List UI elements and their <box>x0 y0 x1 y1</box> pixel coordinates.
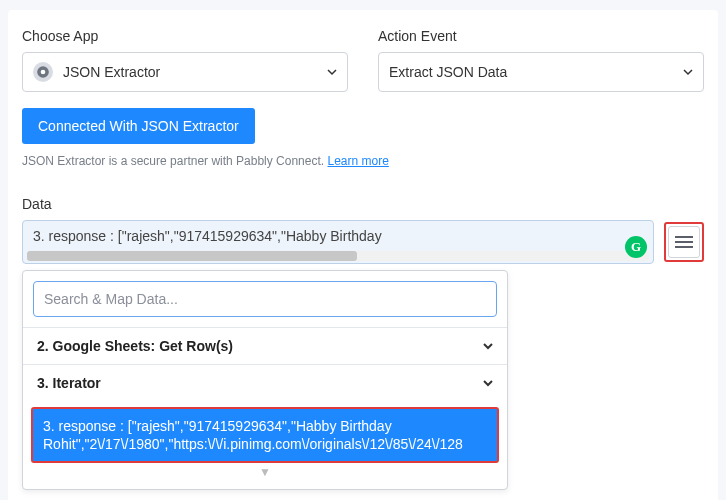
scrollbar-thumb[interactable] <box>27 251 357 261</box>
action-event-select[interactable]: Extract JSON Data <box>378 52 704 92</box>
svg-rect-3 <box>675 241 693 243</box>
dropdown-step-item[interactable]: 2. Google Sheets: Get Row(s) <box>23 327 507 364</box>
grammarly-icon: G <box>625 236 647 258</box>
choose-app-value: JSON Extractor <box>63 64 327 80</box>
hamburger-icon <box>675 235 693 249</box>
dropdown-step-label: 3. Iterator <box>37 375 101 391</box>
choose-app-label: Choose App <box>22 28 348 44</box>
selected-line: 3. response : ["rajesh","917415929634","… <box>43 417 487 435</box>
highlight-selected-option: 3. response : ["rajesh","917415929634","… <box>31 407 499 463</box>
choose-app-select[interactable]: JSON Extractor <box>22 52 348 92</box>
chevron-down-icon <box>483 375 493 391</box>
menu-button[interactable] <box>668 226 700 258</box>
scroll-down-indicator: ▼ <box>23 463 507 481</box>
highlight-menu-button <box>664 222 704 262</box>
connected-button[interactable]: Connected With JSON Extractor <box>22 108 255 144</box>
svg-rect-2 <box>675 236 693 238</box>
help-text: JSON Extractor is a secure partner with … <box>22 154 704 168</box>
action-event-value: Extract JSON Data <box>389 64 683 80</box>
search-input[interactable] <box>44 291 486 307</box>
data-input-text: 3. response : ["rajesh","917415929634","… <box>33 227 643 245</box>
svg-point-1 <box>41 70 46 75</box>
action-step-card: Choose App JSON Extractor Action Event E… <box>8 10 718 500</box>
data-input[interactable]: 3. response : ["rajesh","917415929634","… <box>22 220 654 264</box>
chevron-down-icon <box>483 338 493 354</box>
dropdown-step-label: 2. Google Sheets: Get Row(s) <box>37 338 233 354</box>
horizontal-scrollbar[interactable] <box>27 251 649 261</box>
data-label: Data <box>22 196 704 212</box>
svg-rect-4 <box>675 246 693 248</box>
caret-down-icon <box>327 63 337 81</box>
action-event-label: Action Event <box>378 28 704 44</box>
json-extractor-icon <box>33 62 53 82</box>
selected-line: Rohit","2\/17\/1980","https:\/\/i.pinimg… <box>43 435 487 453</box>
caret-down-icon <box>683 63 693 81</box>
search-wrapper <box>33 281 497 317</box>
data-mapper-dropdown: 2. Google Sheets: Get Row(s) 3. Iterator… <box>22 270 508 490</box>
dropdown-selected-option[interactable]: 3. response : ["rajesh","917415929634","… <box>33 409 497 461</box>
learn-more-link[interactable]: Learn more <box>327 154 388 168</box>
dropdown-step-item[interactable]: 3. Iterator <box>23 364 507 401</box>
